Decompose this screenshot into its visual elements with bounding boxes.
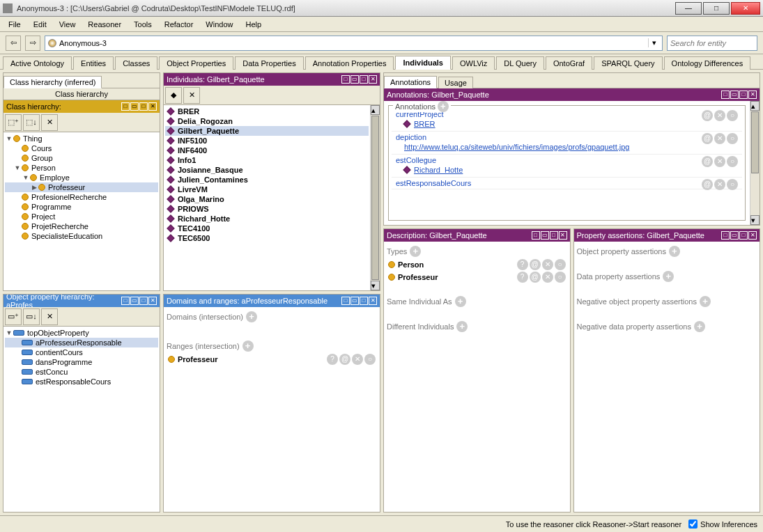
tab-annotation-properties[interactable]: Annotation Properties: [305, 56, 394, 70]
nav-back-button[interactable]: ⇦: [6, 36, 21, 51]
show-inferences-input[interactable]: [688, 519, 698, 529]
annotate-icon[interactable]: @: [702, 156, 713, 167]
delete-individual-button[interactable]: ✕: [183, 87, 200, 104]
individual-item[interactable]: Olga_Marino: [165, 194, 369, 204]
tab-class-hierarchy-inferred[interactable]: Class hierarchy (inferred): [3, 76, 102, 88]
individual-item[interactable]: LivreVM: [165, 185, 369, 194]
tree-contientcours[interactable]: contientCours: [5, 347, 158, 357]
tree-group[interactable]: Group: [5, 153, 158, 163]
panel-controls[interactable]: □▭□✕: [531, 231, 567, 240]
individual-item[interactable]: TEC6500: [165, 233, 369, 243]
menu-view[interactable]: View: [54, 19, 82, 30]
tab-data-properties[interactable]: Data Properties: [235, 56, 303, 70]
tree-aprofesseurresponsable[interactable]: aProfesseurResponsable: [5, 338, 158, 347]
minimize-button[interactable]: —: [675, 2, 702, 15]
add-range-button[interactable]: +: [242, 341, 254, 352]
range-professeur[interactable]: Professeur ? @ ✕ ○: [165, 353, 378, 366]
tree-estresponsablecours[interactable]: estResponsableCours: [5, 377, 158, 386]
tree-projetrecherche[interactable]: ProjetRecherche: [5, 221, 158, 231]
edit-icon[interactable]: ○: [727, 133, 738, 144]
tab-annotations[interactable]: Annotations: [384, 76, 437, 88]
individual-item[interactable]: TEC4100: [165, 224, 369, 233]
add-annotation-button[interactable]: +: [438, 101, 449, 112]
individual-item[interactable]: Julien_Contamines: [165, 175, 369, 185]
menu-file[interactable]: File: [3, 19, 26, 30]
search-input[interactable]: [667, 36, 757, 51]
tree-topobjectproperty[interactable]: ▼topObjectProperty: [5, 328, 158, 338]
maximize-button[interactable]: □: [703, 2, 730, 15]
tab-usage[interactable]: Usage: [438, 77, 473, 88]
tab-object-properties[interactable]: Object Properties: [159, 56, 233, 70]
remove-icon[interactable]: ✕: [714, 179, 725, 190]
tree-specialisteeducation[interactable]: SpecialisteEducation: [5, 231, 158, 241]
annotation-entity-link[interactable]: Richard_Hotte: [414, 166, 463, 174]
edit-icon[interactable]: ○: [727, 179, 738, 190]
individual-item[interactable]: Info1: [165, 155, 369, 165]
menu-refactor[interactable]: Refactor: [159, 19, 199, 30]
tree-thing[interactable]: ▼Thing: [5, 134, 158, 143]
panel-controls[interactable]: □▭□✕: [341, 75, 377, 84]
add-sibling-button[interactable]: ⬚⁺: [5, 114, 22, 131]
type-professeur[interactable]: Professeur?@✕○: [385, 271, 569, 283]
tree-employe[interactable]: ▼Employe: [5, 173, 158, 182]
address-dropdown[interactable]: ▾: [648, 38, 659, 47]
nav-forward-button[interactable]: ⇨: [25, 36, 40, 51]
scrollbar[interactable]: ▴▾: [370, 105, 380, 290]
add-different-button[interactable]: +: [456, 321, 468, 332]
tab-owlviz[interactable]: OWLViz: [452, 56, 495, 70]
tree-project[interactable]: Project: [5, 212, 158, 221]
menu-reasoner[interactable]: Reasoner: [82, 19, 127, 30]
tree-dansprogramme[interactable]: dansProgramme: [5, 357, 158, 367]
tree-programme[interactable]: Programme: [5, 202, 158, 212]
tab-active-ontology[interactable]: Active Ontology: [3, 56, 72, 70]
scrollbar[interactable]: ▴▾: [750, 101, 760, 225]
tab-ontograf[interactable]: OntoGraf: [546, 56, 592, 70]
annotation-link[interactable]: http://www.teluq.ca/siteweb/univ/fichier…: [404, 143, 629, 151]
delete-class-button[interactable]: ✕: [41, 114, 58, 131]
tab-dl-query[interactable]: DL Query: [496, 56, 544, 70]
tab-entities[interactable]: Entities: [73, 56, 114, 70]
add-obj-assertion-button[interactable]: +: [669, 246, 680, 257]
help-icon[interactable]: ?: [327, 354, 338, 365]
tree-cours[interactable]: Cours: [5, 143, 158, 153]
delete-prop-button[interactable]: ✕: [41, 308, 58, 325]
remove-icon[interactable]: ✕: [714, 156, 725, 167]
add-neg-obj-assertion-button[interactable]: +: [700, 296, 711, 307]
remove-icon[interactable]: ✕: [714, 110, 725, 121]
individual-item[interactable]: INF5100: [165, 136, 369, 146]
menu-window[interactable]: Window: [200, 19, 238, 30]
tab-sparql-query[interactable]: SPARQL Query: [594, 56, 662, 70]
tree-professeur[interactable]: ▶Professeur: [5, 182, 158, 192]
remove-icon[interactable]: ✕: [352, 354, 363, 365]
annotation-entity-link[interactable]: BRER: [414, 120, 436, 128]
individual-item[interactable]: Delia_Rogozan: [165, 116, 369, 126]
add-child-button[interactable]: ⬚↓: [23, 114, 40, 131]
add-neg-data-assertion-button[interactable]: +: [694, 321, 705, 332]
annotate-icon[interactable]: @: [339, 354, 350, 365]
annotate-icon[interactable]: @: [702, 179, 713, 190]
address-bar[interactable]: Anonymous-3 ▾: [45, 36, 663, 51]
add-sibling-prop-button[interactable]: ▭⁺: [5, 308, 22, 325]
panel-controls[interactable]: □▭□✕: [720, 231, 757, 240]
individual-item[interactable]: PRIOWS: [165, 204, 369, 214]
add-type-button[interactable]: +: [410, 246, 421, 257]
show-inferences-checkbox[interactable]: Show Inferences: [688, 519, 757, 529]
panel-controls[interactable]: □▭□✕: [121, 297, 157, 305]
menu-help[interactable]: Help: [240, 19, 267, 30]
remove-icon[interactable]: ✕: [714, 133, 725, 144]
tab-individuals[interactable]: Individuals: [395, 56, 450, 70]
menu-edit[interactable]: Edit: [28, 19, 52, 30]
edit-icon[interactable]: ○: [727, 156, 738, 167]
type-person[interactable]: Person?@✕○: [385, 258, 569, 271]
individual-item[interactable]: Richard_Hotte: [165, 214, 369, 224]
add-individual-button[interactable]: ◆: [165, 87, 182, 104]
add-same-as-button[interactable]: +: [455, 296, 466, 307]
individual-item[interactable]: Josianne_Basque: [165, 165, 369, 175]
add-data-assertion-button[interactable]: +: [663, 271, 674, 282]
add-child-prop-button[interactable]: ▭↓: [23, 308, 40, 325]
class-hierarchy-subtab[interactable]: Class hierarchy: [3, 88, 160, 100]
tree-profesionelrecherche[interactable]: ProfesionelRecherche: [5, 192, 158, 202]
close-button[interactable]: ✕: [731, 2, 760, 15]
tab-ontology-differences[interactable]: Ontology Differences: [664, 56, 751, 70]
tree-person[interactable]: ▼Person: [5, 163, 158, 173]
